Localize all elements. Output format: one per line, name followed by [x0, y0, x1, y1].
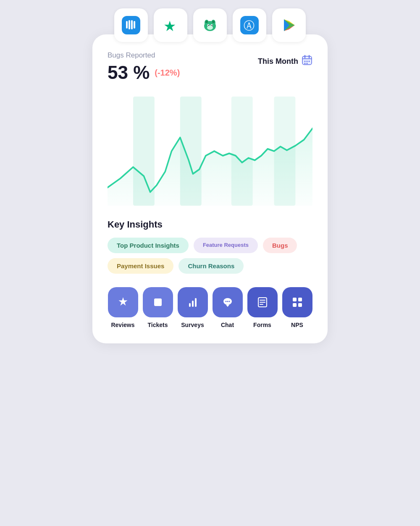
- bottom-nav: Reviews Tickets Survey: [108, 287, 312, 328]
- reviews-button[interactable]: [108, 287, 138, 317]
- svg-point-28: [309, 61, 310, 62]
- svg-point-10: [212, 21, 215, 23]
- svg-rect-35: [154, 298, 162, 306]
- svg-rect-49: [298, 298, 302, 301]
- calendar-icon: [302, 55, 312, 68]
- svg-text:★: ★: [163, 18, 176, 34]
- key-insights-section: Key Insights Top Product Insights Featur…: [108, 219, 312, 274]
- nps-label: NPS: [291, 322, 303, 328]
- svg-rect-48: [293, 298, 297, 301]
- appstore-app-icon[interactable]: Ⓐ: [233, 8, 266, 42]
- svg-point-40: [225, 301, 226, 302]
- nav-item-nps: NPS: [282, 287, 312, 328]
- period-label: This Month: [258, 57, 298, 66]
- app-icons-row: ★ Ⓐ: [114, 8, 306, 42]
- bugs-info: Bugs Reported 53 % (-12%): [108, 51, 180, 83]
- svg-rect-2: [129, 20, 130, 29]
- nav-item-tickets: Tickets: [142, 287, 173, 328]
- nps-button[interactable]: [282, 287, 312, 317]
- svg-point-41: [227, 301, 228, 302]
- reviews-label: Reviews: [111, 322, 134, 328]
- svg-point-14: [208, 25, 209, 26]
- bugs-label: Bugs Reported: [108, 51, 180, 60]
- svg-point-29: [304, 63, 306, 64]
- bugs-percent: 53 %: [108, 62, 150, 83]
- svg-rect-51: [298, 303, 302, 307]
- intercom-app-icon[interactable]: [114, 8, 148, 42]
- insights-tags: Top Product Insights Feature Requests Bu…: [108, 238, 312, 274]
- forms-label: Forms: [253, 322, 271, 328]
- nav-item-forms: Forms: [247, 287, 278, 328]
- tag-bugs[interactable]: Bugs: [263, 238, 297, 253]
- key-insights-title: Key Insights: [108, 219, 312, 230]
- chat-button[interactable]: [213, 287, 243, 317]
- svg-point-9: [205, 21, 208, 23]
- header-section: Bugs Reported 53 % (-12%) This Month: [108, 51, 312, 83]
- svg-point-11: [207, 26, 213, 30]
- svg-point-27: [307, 61, 308, 62]
- tag-top-product-insights[interactable]: Top Product Insights: [108, 238, 189, 253]
- svg-rect-1: [126, 21, 128, 29]
- svg-rect-4: [134, 21, 135, 29]
- nav-item-surveys: Surveys: [177, 287, 208, 328]
- svg-point-15: [211, 25, 212, 26]
- period-selector[interactable]: This Month: [258, 55, 312, 68]
- surveys-label: Surveys: [181, 322, 204, 328]
- tickets-button[interactable]: [143, 287, 173, 317]
- svg-point-26: [304, 61, 306, 62]
- tickets-label: Tickets: [148, 322, 168, 328]
- tag-feature-requests[interactable]: Feature Requests: [194, 238, 258, 253]
- trustpilot-app-icon[interactable]: ★: [154, 8, 187, 42]
- svg-text:Ⓐ: Ⓐ: [244, 19, 255, 32]
- surveys-button[interactable]: [178, 287, 208, 317]
- bugs-value-row: 53 % (-12%): [108, 62, 180, 83]
- chat-label: Chat: [221, 322, 234, 328]
- app-container: ★ Ⓐ: [92, 8, 328, 343]
- svg-rect-3: [131, 20, 133, 29]
- svg-rect-38: [195, 298, 197, 307]
- svg-point-42: [228, 301, 230, 302]
- svg-rect-36: [189, 303, 191, 307]
- bugs-chart: [108, 97, 312, 206]
- main-card: Bugs Reported 53 % (-12%) This Month: [92, 34, 328, 343]
- playstore-app-icon[interactable]: [272, 8, 306, 42]
- svg-point-30: [307, 63, 308, 64]
- svg-rect-50: [293, 303, 297, 307]
- svg-marker-43: [226, 305, 229, 307]
- surveymonkey-app-icon[interactable]: [193, 8, 227, 42]
- svg-rect-37: [192, 301, 194, 307]
- tag-churn-reasons[interactable]: Churn Reasons: [178, 258, 244, 274]
- tag-payment-issues[interactable]: Payment Issues: [108, 258, 173, 274]
- nav-item-chat: Chat: [212, 287, 243, 328]
- forms-button[interactable]: [247, 287, 278, 317]
- bugs-change: (-12%): [155, 68, 180, 78]
- nav-item-reviews: Reviews: [108, 287, 138, 328]
